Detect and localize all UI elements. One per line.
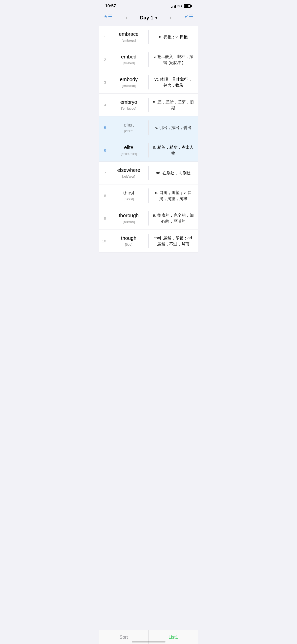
row-number: 1 <box>99 35 108 39</box>
word-list: 1 embrace [ɪm'breɪs] n. 拥抱；v. 拥抱 2 embed… <box>99 26 198 252</box>
word-phonetic: [ðoʊ] <box>125 243 133 246</box>
word-definition: n. 胚，胚胎，胚芽，初期 <box>149 99 198 111</box>
word-phonetic: ['θɜːroʊ] <box>123 220 135 224</box>
network-type: 5G <box>177 4 182 8</box>
row-number: 4 <box>99 103 108 107</box>
word-english: embody <box>111 77 146 82</box>
star-list-icon: ★ <box>104 14 112 21</box>
signal-icon <box>171 4 176 8</box>
word-column: embrace [ɪm'breɪs] <box>108 31 148 43</box>
prev-arrow-button[interactable]: ‹ <box>126 15 127 20</box>
chevron-down-icon: ▾ <box>155 16 157 20</box>
word-column: though [ðoʊ] <box>108 235 148 247</box>
word-column: elsewhere [ˌels'wer] <box>108 167 148 179</box>
status-bar: 10:57 5G <box>99 0 198 11</box>
word-definition: n. 口渴，渴望；v. 口渴，渴望，渴求 <box>149 190 198 202</box>
status-icons: 5G <box>171 4 192 8</box>
word-row[interactable]: 7 elsewhere [ˌels'wer] ad. 在别处，向别处 <box>99 162 198 184</box>
check-list-button[interactable]: ✔ <box>184 13 194 23</box>
word-column: embed [ɪm'bed] <box>108 54 148 65</box>
nav-title: Day 1 <box>140 15 153 21</box>
battery-icon <box>184 4 192 8</box>
word-column: elite [eɪ'liːt, ɪ'liːt] <box>108 145 148 156</box>
word-phonetic: [ˌels'wer] <box>122 175 135 178</box>
row-number: 6 <box>99 148 108 152</box>
row-number: 7 <box>99 171 108 175</box>
word-phonetic: [eɪ'liːt, ɪ'liːt] <box>121 152 137 156</box>
row-number: 3 <box>99 80 108 84</box>
word-english: elicit <box>111 122 146 128</box>
word-column: embryo ['embrɪoʊ] <box>108 99 148 111</box>
status-time: 10:57 <box>105 4 116 9</box>
word-definition: n. 拥抱；v. 拥抱 <box>149 34 198 40</box>
word-column: embody [ɪm'bɑːdi] <box>108 77 148 88</box>
day-selector[interactable]: Day 1 ▾ <box>140 15 157 21</box>
nav-bar: ★ ‹ Day 1 ▾ › ✔ <box>99 11 198 26</box>
row-number: 9 <box>99 216 108 220</box>
word-english: elite <box>111 145 146 150</box>
word-english: thorough <box>111 213 146 218</box>
word-phonetic: [θɜːrst] <box>124 197 134 201</box>
row-number: 5 <box>99 125 108 130</box>
word-english: thirst <box>111 190 146 196</box>
star-list-button[interactable]: ★ <box>103 13 113 23</box>
word-row[interactable]: 5 elicit [ɪ'lɪsɪt] v. 引出，探出，诱出 <box>99 116 198 139</box>
word-english: though <box>111 235 146 241</box>
word-list-scroll: 1 embrace [ɪm'breɪs] n. 拥抱；v. 拥抱 2 embed… <box>99 26 198 273</box>
word-row[interactable]: 10 though [ðoʊ] conj. 虽然，尽管；ad. 虽然，不过，然而 <box>99 230 198 252</box>
word-definition: ad. 在别处，向别处 <box>149 170 198 176</box>
word-definition: a. 彻底的，完全的，细心的，严谨的 <box>149 212 198 224</box>
row-number: 10 <box>99 239 108 243</box>
word-english: embryo <box>111 99 146 105</box>
word-definition: n. 精英，精华，杰出人物 <box>149 144 198 156</box>
next-arrow-button[interactable]: › <box>170 15 171 20</box>
row-number: 2 <box>99 57 108 62</box>
word-row[interactable]: 6 elite [eɪ'liːt, ɪ'liːt] n. 精英，精华，杰出人物 <box>99 139 198 162</box>
word-definition: v. 引出，探出，诱出 <box>149 125 198 131</box>
word-row[interactable]: 2 embed [ɪm'bed] v. 把...嵌入，栽种，深留 (记忆中) <box>99 48 198 71</box>
word-row[interactable]: 4 embryo ['embrɪoʊ] n. 胚，胚胎，胚芽，初期 <box>99 94 198 116</box>
word-english: elsewhere <box>111 167 146 173</box>
word-row[interactable]: 8 thirst [θɜːrst] n. 口渴，渴望；v. 口渴，渴望，渴求 <box>99 184 198 207</box>
word-column: thirst [θɜːrst] <box>108 190 148 201</box>
word-column: thorough ['θɜːroʊ] <box>108 213 148 224</box>
word-phonetic: [ɪ'lɪsɪt] <box>124 129 134 133</box>
word-definition: conj. 虽然，尽管；ad. 虽然，不过，然而 <box>149 235 198 247</box>
word-phonetic: [ɪm'breɪs] <box>122 39 136 42</box>
word-english: embed <box>111 54 146 60</box>
row-number: 8 <box>99 194 108 198</box>
word-phonetic: ['embrɪoʊ] <box>121 107 136 110</box>
word-column: elicit [ɪ'lɪsɪt] <box>108 122 148 133</box>
word-phonetic: [ɪm'bed] <box>123 61 135 65</box>
word-row[interactable]: 3 embody [ɪm'bɑːdi] vt. 体现，具体象征，包含，收录 <box>99 71 198 94</box>
word-row[interactable]: 1 embrace [ɪm'breɪs] n. 拥抱；v. 拥抱 <box>99 26 198 48</box>
check-list-icon: ✔ <box>185 14 193 21</box>
word-phonetic: [ɪm'bɑːdi] <box>122 84 136 88</box>
word-english: embrace <box>111 31 146 37</box>
word-row[interactable]: 9 thorough ['θɜːroʊ] a. 彻底的，完全的，细心的，严谨的 <box>99 207 198 230</box>
word-definition: v. 把...嵌入，栽种，深留 (记忆中) <box>149 54 198 66</box>
word-definition: vt. 体现，具体象征，包含，收录 <box>149 76 198 88</box>
